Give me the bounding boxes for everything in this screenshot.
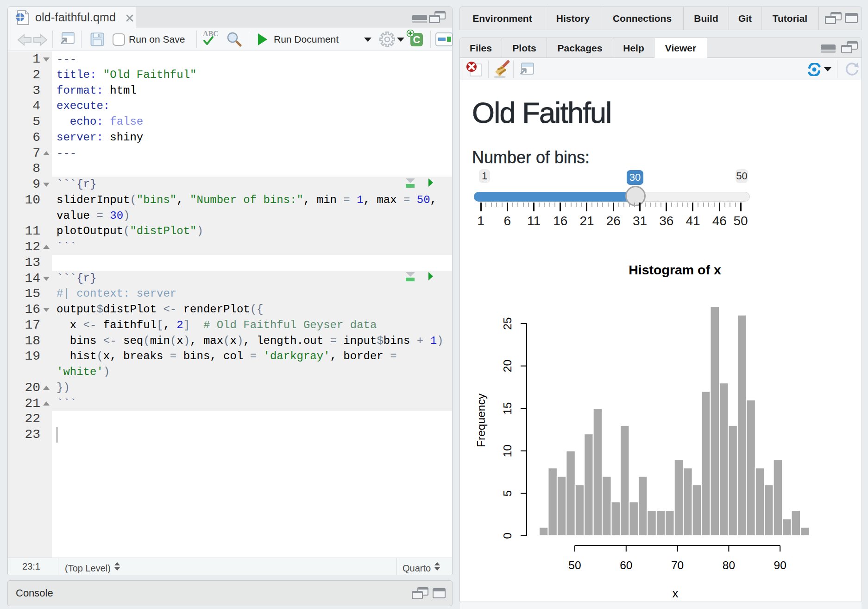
svg-text:50: 50 [568,559,581,571]
svg-text:70: 70 [671,559,684,571]
svg-text:5: 5 [501,490,514,497]
svg-text:25: 25 [501,317,514,330]
svg-text:60: 60 [620,559,632,571]
svg-text:10: 10 [501,444,514,457]
svg-text:0: 0 [501,533,514,539]
svg-text:Frequency: Frequency [475,393,487,447]
svg-text:20: 20 [501,360,514,372]
svg-text:x: x [673,586,679,600]
svg-text:90: 90 [774,559,786,571]
svg-text:80: 80 [723,559,735,571]
svg-text:Histogram of x: Histogram of x [629,262,721,277]
svg-text:15: 15 [501,402,514,415]
svg-text:C: C [413,34,421,45]
svg-text:ABC: ABC [203,30,219,38]
